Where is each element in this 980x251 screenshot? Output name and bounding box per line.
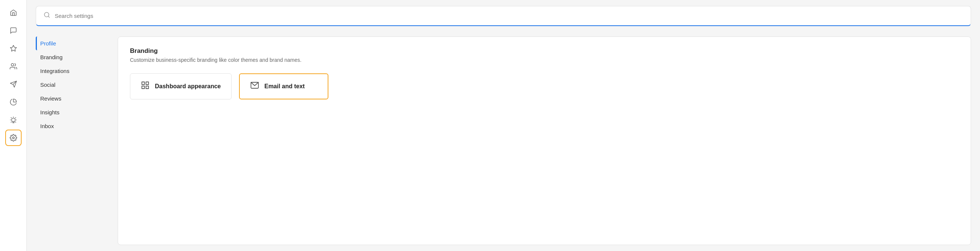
sidebar-item-chat[interactable] bbox=[5, 22, 22, 39]
nav-item-reviews[interactable]: Reviews bbox=[36, 92, 118, 105]
svg-line-9 bbox=[15, 122, 16, 122]
svg-point-1 bbox=[11, 64, 14, 66]
svg-rect-20 bbox=[142, 86, 145, 89]
svg-rect-19 bbox=[146, 86, 149, 89]
email-and-text-card[interactable]: Email and text bbox=[239, 73, 328, 99]
sidebar-item-users[interactable] bbox=[5, 58, 22, 75]
nav-item-branding[interactable]: Branding bbox=[36, 50, 118, 64]
svg-rect-18 bbox=[146, 82, 149, 84]
email-and-text-label: Email and text bbox=[264, 83, 305, 90]
svg-marker-0 bbox=[10, 45, 16, 51]
sidebar-item-send[interactable] bbox=[5, 76, 22, 92]
sidebar bbox=[0, 0, 27, 251]
nav-item-profile[interactable]: Profile bbox=[36, 37, 118, 50]
sidebar-item-home[interactable] bbox=[5, 5, 22, 21]
search-input[interactable] bbox=[55, 13, 963, 19]
sidebar-item-settings[interactable] bbox=[5, 130, 22, 146]
sidebar-item-star[interactable] bbox=[5, 40, 22, 57]
svg-line-7 bbox=[11, 122, 11, 122]
section-title: Branding bbox=[130, 47, 959, 55]
nav-item-social[interactable]: Social bbox=[36, 78, 118, 92]
dashboard-appearance-card[interactable]: Dashboard appearance bbox=[130, 73, 232, 99]
svg-line-11 bbox=[15, 118, 16, 118]
svg-rect-17 bbox=[142, 82, 145, 84]
main-area: Profile Branding Integrations Social Rev… bbox=[27, 0, 980, 251]
nav-item-inbox[interactable]: Inbox bbox=[36, 119, 118, 133]
left-nav: Profile Branding Integrations Social Rev… bbox=[36, 37, 118, 245]
svg-line-16 bbox=[48, 16, 49, 17]
right-panel: Branding Customize business-specific bra… bbox=[118, 37, 971, 245]
nav-item-integrations[interactable]: Integrations bbox=[36, 64, 118, 78]
dashboard-appearance-label: Dashboard appearance bbox=[155, 83, 221, 90]
content-area: Profile Branding Integrations Social Rev… bbox=[36, 37, 971, 245]
envelope-icon bbox=[250, 81, 259, 92]
svg-point-14 bbox=[12, 137, 14, 139]
grid-icon bbox=[141, 81, 150, 92]
search-icon bbox=[44, 11, 50, 20]
sidebar-item-ideas[interactable] bbox=[5, 112, 22, 128]
nav-item-insights[interactable]: Insights bbox=[36, 105, 118, 119]
svg-line-5 bbox=[11, 118, 11, 118]
sidebar-item-analytics[interactable] bbox=[5, 94, 22, 110]
branding-cards: Dashboard appearance Email and text bbox=[130, 73, 959, 99]
section-desc: Customize business-specific branding lik… bbox=[130, 57, 959, 63]
